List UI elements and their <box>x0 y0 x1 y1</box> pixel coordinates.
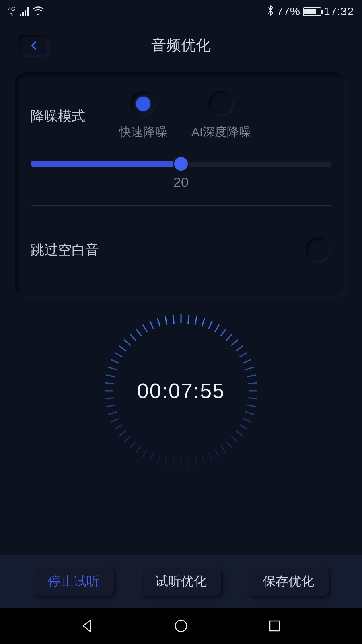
circle-home-icon <box>173 618 189 634</box>
battery-icon <box>303 7 321 16</box>
dial-tick <box>239 352 248 358</box>
slider-track <box>31 161 331 167</box>
dial-tick <box>173 315 175 324</box>
radio-icon <box>130 91 156 117</box>
skip-silence-toggle[interactable] <box>306 237 331 263</box>
slider-thumb[interactable] <box>174 157 188 171</box>
triangle-back-icon <box>79 618 95 634</box>
dial-tick <box>142 324 148 333</box>
svg-point-0 <box>175 620 187 632</box>
nav-back-button[interactable] <box>79 618 95 634</box>
page-title: 音频优化 <box>0 35 362 56</box>
slider-fill <box>31 161 181 167</box>
dial-tick <box>165 457 168 466</box>
battery-percentage: 77% <box>277 5 300 18</box>
dial-tick <box>214 449 220 458</box>
dial-tick <box>245 367 254 371</box>
dial-tick <box>187 458 189 467</box>
dial-tick <box>115 352 123 358</box>
dial-tick <box>106 404 115 407</box>
svg-rect-1 <box>270 621 280 631</box>
dial-tick <box>248 382 257 384</box>
slider-value: 20 <box>31 174 331 190</box>
radio-label-fast: 快速降噪 <box>119 124 167 140</box>
dial-tick <box>194 316 197 325</box>
dial-tick <box>111 418 119 423</box>
dial-tick <box>119 345 127 351</box>
dial-tick <box>245 411 254 415</box>
noise-mode-label: 降噪模式 <box>31 91 115 126</box>
dial-tick <box>119 430 127 436</box>
signal-icon <box>20 7 29 16</box>
skip-silence-label: 跳过空白音 <box>31 241 99 259</box>
dial-tick <box>105 382 114 384</box>
dial-tick <box>157 318 161 327</box>
radio-option-fast[interactable]: 快速降噪 <box>119 91 167 140</box>
dial-tick <box>149 321 154 329</box>
network-sub-icon: ⇅ <box>10 12 13 17</box>
dial-tick <box>105 397 114 399</box>
nav-recent-button[interactable] <box>267 618 283 634</box>
nav-home-button[interactable] <box>173 618 189 634</box>
dial-tick <box>149 452 154 461</box>
noise-mode-row: 降噪模式 快速降噪 AI深度降噪 <box>31 91 331 140</box>
dial-tick <box>124 436 131 442</box>
header: 音频优化 <box>0 23 362 68</box>
dial-tick <box>226 441 232 448</box>
dial-tick <box>165 316 168 325</box>
skip-silence-row: 跳过空白音 <box>31 221 331 279</box>
dial-tick <box>220 445 226 453</box>
timer-dial: 00:07:55 <box>105 314 257 467</box>
dial-tick <box>214 324 220 333</box>
dial-tick <box>194 457 197 466</box>
divider <box>31 205 331 206</box>
dial-tick <box>108 411 117 415</box>
dial-tick <box>235 345 243 351</box>
dial-tick <box>157 455 161 464</box>
settings-card: 降噪模式 快速降噪 AI深度降噪 20 跳过空白音 <box>15 72 347 298</box>
radio-label-ai: AI深度降噪 <box>191 124 251 140</box>
dial-tick <box>208 452 213 461</box>
save-button[interactable]: 保存优化 <box>248 567 329 596</box>
dial-tick <box>111 359 119 364</box>
dial-tick <box>226 334 232 341</box>
dial-tick <box>130 334 136 341</box>
status-bar: 4G ⇅ 77% 17:32 <box>0 0 362 23</box>
dial-tick <box>115 424 123 430</box>
square-recent-icon <box>267 618 283 634</box>
dial-tick <box>243 418 251 423</box>
dial-tick <box>220 328 226 336</box>
bluetooth-icon <box>267 5 274 19</box>
dial-tick <box>105 390 113 392</box>
dial-tick <box>208 321 213 329</box>
dial-tick <box>247 374 256 378</box>
noise-mode-radio-group: 快速降噪 AI深度降噪 <box>115 91 331 140</box>
radio-option-ai[interactable]: AI深度降噪 <box>191 91 251 140</box>
dial-tick <box>142 449 148 458</box>
noise-level-slider[interactable]: 20 <box>31 161 331 190</box>
dial-tick <box>201 318 205 327</box>
dial-tick <box>106 374 115 378</box>
stop-preview-button[interactable]: 停止试听 <box>33 567 114 596</box>
dial-tick <box>231 339 238 346</box>
dial-tick <box>243 359 251 364</box>
action-bar: 停止试听 试听优化 保存优化 <box>0 555 362 608</box>
dial-tick <box>231 436 238 442</box>
dial-tick <box>181 458 182 467</box>
timer-dial-wrap: 00:07:55 <box>0 314 362 467</box>
dial-tick <box>108 367 117 371</box>
radio-icon <box>208 91 234 117</box>
timer-value: 00:07:55 <box>137 379 225 403</box>
dial-tick <box>248 397 257 399</box>
dial-tick <box>173 458 175 467</box>
wifi-icon <box>33 6 44 17</box>
dial-tick <box>130 441 136 448</box>
dial-tick <box>136 328 142 336</box>
dial-tick <box>247 404 256 407</box>
dial-tick <box>181 314 182 323</box>
dial-tick <box>239 424 248 430</box>
dial-tick <box>124 339 131 346</box>
preview-button[interactable]: 试听优化 <box>141 567 221 596</box>
dial-tick <box>249 390 257 392</box>
clock-label: 17:32 <box>324 5 354 18</box>
